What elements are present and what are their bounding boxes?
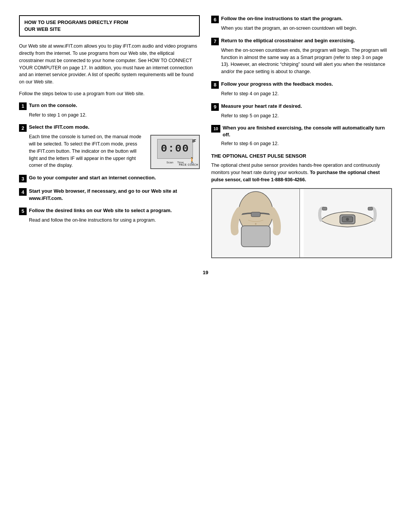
console-display-image: IF 0:00 Scan Time 🚶 PACE COACH xyxy=(150,135,200,169)
step-5-title: Follow the desired links on our Web site… xyxy=(29,207,172,214)
step-10-body: Refer to step 6 on page 12. xyxy=(221,140,392,147)
step-1-header: 1 Turn on the console. xyxy=(19,102,200,110)
step-10-block: 10 When you are finished exercising, the… xyxy=(211,125,392,147)
step-2-number: 2 xyxy=(19,124,27,132)
step-9-body: Refer to step 5 on page 12. xyxy=(221,112,392,120)
step-5-header: 5 Follow the desired links on our Web si… xyxy=(19,207,200,215)
page-layout: HOW TO USE PROGRAMS DIRECTLY FROM OUR WE… xyxy=(19,15,392,258)
console-scan-label: Scan xyxy=(166,160,173,165)
step-6-body: When you start the program, an on-screen… xyxy=(221,25,392,32)
svg-rect-2 xyxy=(251,212,260,217)
page-number: 19 xyxy=(19,270,392,275)
step-3-title: Go to your computer and start an interne… xyxy=(29,174,156,181)
step-7-block: 7 Return to the elliptical crosstrainer … xyxy=(211,37,392,75)
step-7-header: 7 Return to the elliptical crosstrainer … xyxy=(211,37,392,45)
step-7-body: When the on-screen countdown ends, the p… xyxy=(221,47,392,75)
step-4-number: 4 xyxy=(19,188,27,196)
step-7-title: Return to the elliptical crosstrainer an… xyxy=(221,37,355,44)
console-pace-coach-label: PACE COACH xyxy=(179,163,198,167)
step-2-body: Each time the console is turned on, the … xyxy=(29,133,200,169)
step-6-number: 6 xyxy=(211,16,219,23)
step-6-header: 6 Follow the on-line instructions to sta… xyxy=(211,15,392,23)
step-8-header: 8 Follow your progress with the feedback… xyxy=(211,81,392,89)
section-header-box: HOW TO USE PROGRAMS DIRECTLY FROM OUR WE… xyxy=(19,15,200,37)
step-8-body: Refer to step 4 on page 12. xyxy=(221,90,392,97)
svg-point-3 xyxy=(255,223,256,225)
step-1-title: Turn on the console. xyxy=(29,102,77,109)
step-2-text: Each time the console is turned on, the … xyxy=(29,133,145,169)
step-10-number: 10 xyxy=(211,125,220,133)
chest-sensor-image-person xyxy=(212,189,300,257)
console-time-display: 0:00 xyxy=(157,139,193,159)
step-8-number: 8 xyxy=(211,81,219,89)
step-1-body: Refer to step 1 on page 12. xyxy=(29,112,200,119)
step-2-title: Select the iFIT.com mode. xyxy=(29,124,89,131)
person-torso-svg xyxy=(225,190,286,256)
step-4-title: Start your Web browser, if necessary, an… xyxy=(29,188,200,201)
step-2-block: 2 Select the iFIT.com mode. Each time th… xyxy=(19,124,200,169)
step-8-block: 8 Follow your progress with the feedback… xyxy=(211,81,392,97)
right-column: 6 Follow the on-line instructions to sta… xyxy=(211,15,392,258)
step-9-header: 9 Measure your heart rate if desired. xyxy=(211,103,392,111)
console-if-label: IF xyxy=(192,138,196,144)
step-6-title: Follow the on-line instructions to start… xyxy=(221,15,342,22)
chest-sensor-image-device xyxy=(304,189,391,257)
section-title-line1: HOW TO USE PROGRAMS DIRECTLY FROM xyxy=(24,19,194,26)
step-4-block: 4 Start your Web browser, if necessary, … xyxy=(19,188,200,201)
step-10-header: 10 When you are finished exercising, the… xyxy=(211,125,392,138)
svg-rect-8 xyxy=(368,207,373,210)
step-8-title: Follow your progress with the feedback m… xyxy=(221,81,333,88)
svg-rect-7 xyxy=(322,207,327,210)
step-6-block: 6 Follow the on-line instructions to sta… xyxy=(211,15,392,32)
chest-sensor-images xyxy=(211,188,392,258)
step-3-header: 3 Go to your computer and start an inter… xyxy=(19,174,200,182)
step-2-content: Each time the console is turned on, the … xyxy=(29,133,200,169)
step-5-block: 5 Follow the desired links on our Web si… xyxy=(19,207,200,224)
step-10-title: When you are finished exercising, the co… xyxy=(223,125,392,138)
chest-sensor-title: THE OPTIONAL CHEST PULSE SENSOR xyxy=(211,153,392,159)
chest-sensor-body: The optional chest pulse sensor provides… xyxy=(211,162,392,183)
step-9-number: 9 xyxy=(211,103,219,111)
step-4-header: 4 Start your Web browser, if necessary, … xyxy=(19,188,200,201)
sensor-device-svg xyxy=(317,190,378,256)
step-2-header: 2 Select the iFIT.com mode. xyxy=(19,124,200,132)
step-1-number: 1 xyxy=(19,102,27,110)
left-column: HOW TO USE PROGRAMS DIRECTLY FROM OUR WE… xyxy=(19,15,200,258)
svg-point-6 xyxy=(346,218,349,221)
step-3-number: 3 xyxy=(19,175,27,182)
intro-paragraph: Our Web site at www.iFIT.com allows you … xyxy=(19,43,200,86)
step-9-block: 9 Measure your heart rate if desired. Re… xyxy=(211,103,392,120)
svg-rect-1 xyxy=(241,226,270,247)
step-9-title: Measure your heart rate if desired. xyxy=(221,103,302,110)
follow-text: Follow the steps below to use a program … xyxy=(19,90,200,97)
step-5-number: 5 xyxy=(19,208,27,215)
section-title-line2: OUR WEB SITE xyxy=(24,26,194,33)
step-5-body: Read and follow the on-line instructions… xyxy=(29,217,200,224)
step-3-block: 3 Go to your computer and start an inter… xyxy=(19,174,200,182)
step-7-number: 7 xyxy=(211,38,219,45)
step-1-block: 1 Turn on the console. Refer to step 1 o… xyxy=(19,102,200,119)
